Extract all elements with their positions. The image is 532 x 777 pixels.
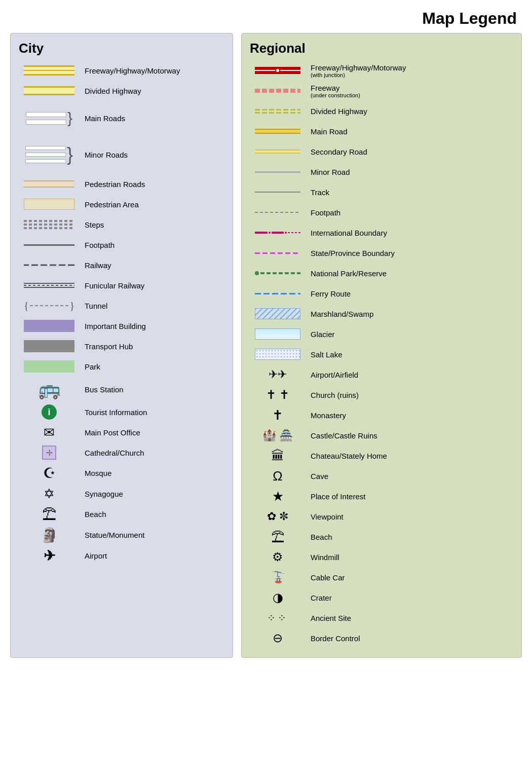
pedestrian-roads-symbol — [19, 180, 80, 188]
list-item: ⚙ Windmill — [250, 549, 513, 565]
list-item: Divided Highway — [19, 83, 224, 99]
cathedral-icon: ✛ — [42, 446, 56, 460]
list-item: Footpath — [19, 237, 224, 253]
reg-border-control-symbol: ⊖ — [250, 631, 306, 645]
viewpoint-icon: ✿ ✼ — [267, 510, 288, 523]
reg-airport-symbol: ✈✈ — [250, 368, 306, 381]
synagogue-label: Synagogue — [80, 490, 123, 498]
funicular-symbol — [19, 282, 80, 289]
reg-freeway-construction-label: Freeway (under construction) — [306, 84, 360, 98]
reg-secondary-road-symbol — [250, 150, 306, 154]
reg-cable-car-symbol: 🚡 — [250, 571, 306, 584]
park-symbol — [19, 360, 80, 373]
list-item: { } Tunnel — [19, 298, 224, 314]
cable-car-icon: 🚡 — [271, 571, 285, 584]
reg-freeway-construction-symbol — [250, 89, 306, 93]
reg-ferry-symbol — [250, 293, 306, 294]
reg-glacier-label: Glacier — [306, 330, 335, 339]
list-item: Track — [250, 184, 513, 200]
mosque-symbol: ☪ — [19, 465, 80, 482]
reg-beach-icon: ⛱ — [271, 529, 284, 545]
star-of-david-icon: ✡ — [44, 486, 55, 502]
castle-icon: 🏰 🏯 — [262, 429, 293, 442]
reg-divided-highway-symbol — [250, 109, 306, 114]
reg-secondary-road-label: Secondary Road — [306, 147, 367, 156]
list-item: Minor Road — [250, 164, 513, 180]
reg-state-boundary-symbol — [250, 252, 306, 254]
reg-national-park-label: National Park/Reserve — [306, 269, 387, 278]
list-item: 🚡 Cable Car — [250, 569, 513, 585]
list-item: 🗿 Statue/Monument — [19, 527, 224, 543]
park-label: Park — [80, 362, 100, 371]
minor-roads-symbol: } — [19, 145, 80, 164]
list-item: Ferry Route — [250, 285, 513, 302]
reg-windmill-label: Windmill — [306, 553, 339, 562]
list-item: } Main Roads — [19, 103, 224, 133]
crescent-icon: ☪ — [43, 465, 56, 482]
ancient-site-icon: ⁘⁘ — [267, 612, 288, 624]
tunnel-label: Tunnel — [80, 302, 107, 310]
reg-ancient-site-label: Ancient Site — [306, 614, 351, 622]
mosque-label: Mosque — [80, 469, 111, 477]
city-panel: City Freeway/Highway/Motorway Divided Hi… — [10, 33, 233, 658]
pedestrian-roads-label: Pedestrian Roads — [80, 180, 145, 189]
cathedral-symbol: ✛ — [19, 446, 80, 460]
list-item: Railway — [19, 257, 224, 273]
list-item: ⁘⁘ Ancient Site — [250, 610, 513, 626]
list-item: ⊖ Border Control — [250, 630, 513, 646]
reg-castle-symbol: 🏰 🏯 — [250, 429, 306, 442]
freeway-symbol — [19, 65, 80, 76]
reg-national-park-symbol — [250, 271, 306, 275]
monastery-icon: ✝ — [272, 408, 283, 423]
list-item: ✉ Main Post Office — [19, 424, 224, 440]
reg-monastery-label: Monastery — [306, 411, 346, 420]
mail-icon: ✉ — [44, 425, 55, 440]
reg-minor-road-symbol — [250, 171, 306, 173]
reg-freeway-symbol — [250, 67, 306, 74]
airplane-icon: ✈✈ — [269, 368, 287, 381]
regional-title: Regional — [250, 41, 513, 56]
list-item: Main Road — [250, 123, 513, 139]
beach-label: Beach — [80, 510, 106, 519]
reg-church-symbol: ✝ ✝ — [250, 388, 306, 402]
windmill-icon: ⚙ — [272, 550, 283, 564]
list-item: ✈✈ Airport/Airfield — [250, 366, 513, 383]
reg-church-label: Church (ruins) — [306, 391, 359, 399]
list-item: 🚌 Bus Station — [19, 379, 224, 400]
reg-viewpoint-label: Viewpoint — [306, 512, 344, 521]
list-item: Freeway (under construction) — [250, 83, 513, 99]
list-item: ⛱ Beach — [19, 506, 224, 523]
reg-viewpoint-symbol: ✿ ✼ — [250, 510, 306, 523]
important-building-label: Important Building — [80, 322, 146, 330]
reg-main-road-symbol — [250, 129, 306, 134]
reg-ferry-label: Ferry Route — [306, 289, 351, 298]
reg-beach-symbol: ⛱ — [250, 529, 306, 545]
reg-intl-boundary-symbol — [250, 232, 306, 234]
reg-minor-road-label: Minor Road — [306, 168, 350, 176]
reg-airport-label: Airport/Airfield — [306, 371, 358, 379]
bus-station-label: Bus Station — [80, 385, 124, 394]
list-item: 🏰 🏯 Castle/Castle Ruins — [250, 427, 513, 443]
list-item: Park — [19, 358, 224, 375]
list-item: Pedestrian Area — [19, 196, 224, 212]
reg-glacier-symbol — [250, 328, 306, 340]
list-item: Glacier — [250, 326, 513, 342]
freeway-label: Freeway/Highway/Motorway — [80, 66, 180, 75]
synagogue-symbol: ✡ — [19, 486, 80, 502]
steps-label: Steps — [80, 220, 104, 229]
list-item: ✈ Airport — [19, 547, 224, 564]
footpath-label: Footpath — [80, 241, 115, 249]
funicular-label: Funicular Railway — [80, 281, 144, 290]
tourist-info-label: Tourist Information — [80, 408, 147, 417]
reg-track-label: Track — [306, 188, 329, 197]
star-icon: ★ — [272, 489, 284, 504]
list-item: State/Province Boundary — [250, 245, 513, 261]
reg-windmill-symbol: ⚙ — [250, 550, 306, 564]
footpath-symbol — [19, 244, 80, 246]
list-item: Pedestrian Roads — [19, 176, 224, 192]
reg-salt-lake-label: Salt Lake — [306, 350, 343, 359]
list-item: ★ Place of Interest — [250, 488, 513, 504]
list-item: Ω Cave — [250, 468, 513, 484]
list-item: Steps — [19, 216, 224, 233]
beach-symbol: ⛱ — [19, 506, 80, 523]
